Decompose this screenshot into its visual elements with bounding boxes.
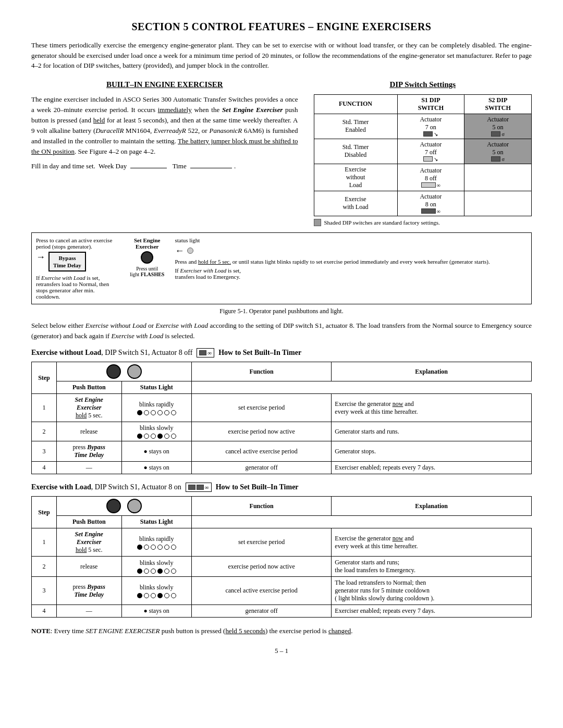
builtin-exerciser-col: BUILT–IN ENGINE EXERCISER The engine exe… xyxy=(31,80,298,226)
set-engine-label: Set EngineExerciser xyxy=(130,237,164,250)
push-status-header-area-1 xyxy=(56,362,191,381)
func-1-4: generator off xyxy=(191,462,332,474)
col-expl-header-2: Explanation xyxy=(332,497,532,516)
push-2-1: Set EngineExerciserhold 5 sec. xyxy=(56,528,121,557)
dip-func-3: ExercisewithoutLoad xyxy=(314,164,397,191)
dot-row-1-1 xyxy=(125,410,188,415)
status-1-4: ● stays on xyxy=(121,462,191,474)
push-2-2: release xyxy=(56,557,121,577)
shaded-box-icon xyxy=(314,219,321,226)
select-text: Select below either Exercise without Loa… xyxy=(31,320,532,341)
table-row: 1 Set EngineExerciserhold 5 sec. blinks … xyxy=(32,528,532,557)
table-row: 4 — ● stays on generator off Exerciser e… xyxy=(32,462,532,474)
status-light-icon-1 xyxy=(127,364,142,379)
func-2-1: set exercise period xyxy=(191,528,332,557)
step-2-2: 2 xyxy=(32,557,57,577)
press-until-label: Press untillight FLASHES xyxy=(130,266,164,277)
table-row: 2 release blinks slowly exercise period … xyxy=(32,557,532,577)
table-row: 3 press BypassTime Delay ● stays on canc… xyxy=(32,441,532,462)
push-1-4: — xyxy=(56,462,121,474)
dot-row-1-2 xyxy=(125,434,188,439)
dip-s2-2: Actuator5 on σ xyxy=(464,139,532,164)
expl-1-2: Generator starts and runs. xyxy=(332,422,532,441)
func-2-3: cancel active exercise period xyxy=(191,577,332,605)
func-1-1: set exercise period xyxy=(191,394,332,422)
step-2-1: 1 xyxy=(32,528,57,557)
dip-col-function: FUNCTION xyxy=(314,94,397,114)
dot-row-2-1 xyxy=(125,545,188,550)
dip-func-2: Std. TimerDisabled xyxy=(314,139,397,164)
step-1-3: 3 xyxy=(32,441,57,462)
status-light-icon-2 xyxy=(127,499,142,513)
table-row: Std. TimerDisabled Actuator7 off ↘ Actua… xyxy=(314,139,532,164)
page-number: 5 – 1 xyxy=(31,647,532,655)
col-step-header-2: Step xyxy=(32,497,57,528)
push-1-1: Set EngineExerciserhold 5 sec. xyxy=(56,394,121,422)
table-row: Std. TimerEnabled Actuator7 on ↘ Actuato… xyxy=(314,114,532,139)
expl-1-1: Exercise the generator now andevery week… xyxy=(332,394,532,422)
expl-2-2: Generator starts and runs;the load trans… xyxy=(332,557,532,577)
panel-left-text: Press to cancel an active exercise perio… xyxy=(36,237,119,300)
dip-s2-4 xyxy=(464,191,532,216)
table1-dip-inline: ∞ xyxy=(197,348,214,357)
push-btn-subheader-1: Push Button xyxy=(56,381,121,394)
right-instruction-text: Press and hold for 5 sec. or until statu… xyxy=(175,258,527,265)
func-1-3: cancel active exercise period xyxy=(191,441,332,462)
dip-s2-3 xyxy=(464,164,532,191)
table1-timer-heading: How to Set Built–In Timer xyxy=(218,349,301,357)
intro-paragraph: These timers periodically exercise the e… xyxy=(31,40,532,71)
col-func-header-2: Function xyxy=(191,497,332,516)
table-row: 1 Set EngineExerciserhold 5 sec. blinks … xyxy=(32,394,532,422)
push-1-3: press BypassTime Delay xyxy=(56,441,121,462)
status-1-1: blinks rapidly xyxy=(121,394,191,422)
table1-heading: Exercise without Load, DIP Switch S1, Ac… xyxy=(31,348,532,357)
shaded-note: Shaded DIP switches are standard factory… xyxy=(314,219,532,226)
push-2-4: — xyxy=(56,605,121,618)
status-2-4: ● stays on xyxy=(121,605,191,618)
status-2-2: blinks slowly xyxy=(121,557,191,577)
shaded-note-text: Shaded DIP switches are standard factory… xyxy=(324,219,440,226)
expl-1-4: Exerciser enabled; repeats every 7 days. xyxy=(332,462,532,474)
step-1-1: 1 xyxy=(32,394,57,422)
status-1-3: ● stays on xyxy=(121,441,191,462)
table2-dip-inline: ∞ xyxy=(186,483,212,492)
table-row: ExercisewithoutLoad Actuator8 off ∞ xyxy=(314,164,532,191)
push-1-2: release xyxy=(56,422,121,441)
col-step-header-1: Step xyxy=(32,362,57,394)
dot-row-2-3 xyxy=(125,593,188,598)
step-2-3: 3 xyxy=(32,577,57,605)
exercise-with-load-table: Step Function Explanation Push Button St… xyxy=(31,496,532,618)
fig-caption: Figure 5-1. Operator panel pushbuttons a… xyxy=(31,307,532,315)
step-2-4: 4 xyxy=(32,605,57,618)
table-row: Exercisewith Load Actuator8 on ∞ xyxy=(314,191,532,216)
table-row: 3 press BypassTime Delay blinks slowly c… xyxy=(32,577,532,605)
push-btn-icon-1 xyxy=(106,364,121,379)
push-btn-subheader-2: Push Button xyxy=(56,516,121,528)
builtin-text: The engine exerciser included in ASCO Se… xyxy=(31,94,298,157)
panel-diagram: Press to cancel an active exercise perio… xyxy=(31,232,532,305)
func-1-2: exercise period now active xyxy=(191,422,332,441)
bypass-cancel-label: Press to cancel an active exercise perio… xyxy=(36,237,119,250)
status-1-2: blinks slowly xyxy=(121,422,191,441)
step-1-2: 2 xyxy=(32,422,57,441)
expl-1-3: Generator stops. xyxy=(332,441,532,462)
func-2-4: generator off xyxy=(191,605,332,618)
dip-s1-3: Actuator8 off ∞ xyxy=(397,164,464,191)
table2-heading: Exercise with Load, DIP Switch S1, Actua… xyxy=(31,483,532,492)
status-light-subheader-1: Status Light xyxy=(121,381,191,394)
exercise-without-load-table: Step Function Explanation Push Button St… xyxy=(31,362,532,474)
status-2-3: blinks slowly xyxy=(121,577,191,605)
dip-func-4: Exercisewith Load xyxy=(314,191,397,216)
page-title: SECTION 5 CONTROL FEATURES – ENGINE EXER… xyxy=(31,21,532,33)
status-light-subheader-2: Status Light xyxy=(121,516,191,528)
push-2-3: press BypassTime Delay xyxy=(56,577,121,605)
note-text: NOTE: Every time SET ENGINE EXERCISER pu… xyxy=(31,626,532,636)
table-row: 4 — ● stays on generator off Exerciser e… xyxy=(32,605,532,618)
col-func-header-1: Function xyxy=(191,362,332,381)
expl-2-1: Exercise the generator now andevery week… xyxy=(332,528,532,557)
two-column-section: BUILT–IN ENGINE EXERCISER The engine exe… xyxy=(31,80,532,226)
bypass-time-delay-btn[interactable]: BypassTime Delay xyxy=(48,252,86,272)
set-engine-button-icon[interactable] xyxy=(141,251,153,264)
table2-bold-heading: Exercise with Load, DIP Switch S1, Actua… xyxy=(31,483,181,491)
dip-s1-2: Actuator7 off ↘ xyxy=(397,139,464,164)
